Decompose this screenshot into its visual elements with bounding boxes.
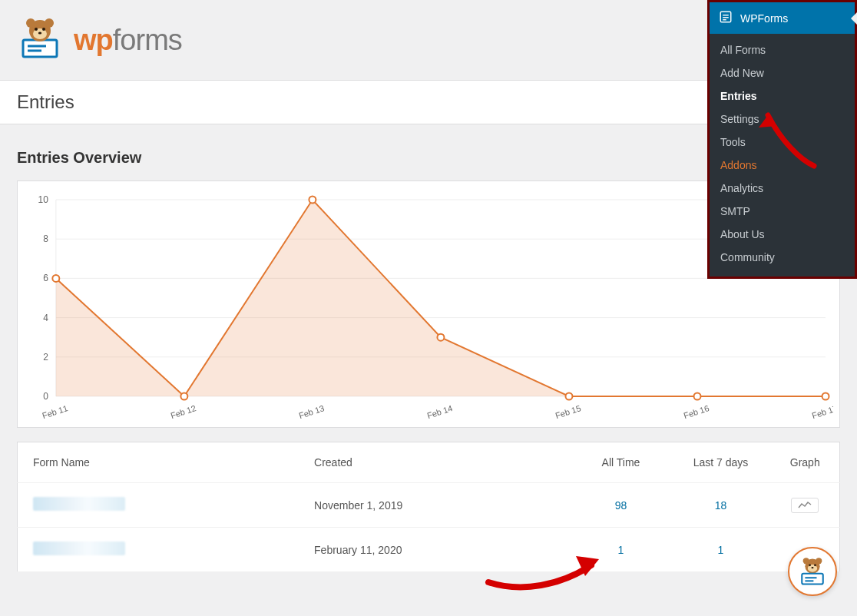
graph-button[interactable] (791, 498, 819, 513)
svg-point-28 (52, 275, 59, 282)
menu-item-smtp[interactable]: SMTP (710, 200, 855, 223)
col-form-name[interactable]: Form Name (18, 442, 299, 483)
mascot-icon (796, 555, 829, 588)
menu-item-analytics[interactable]: Analytics (710, 177, 855, 200)
table-row: November 1, 20199818 (18, 483, 840, 528)
form-name-redacted (33, 541, 125, 555)
svg-point-41 (811, 567, 813, 568)
col-last-7[interactable]: Last 7 days (671, 442, 771, 483)
menu-item-addons[interactable]: Addons (710, 154, 855, 177)
table-row: February 11, 202011 (18, 528, 840, 572)
all-time-cell: 98 (571, 483, 671, 528)
wordmark: wpforms (74, 24, 182, 57)
menu-list: All FormsAdd NewEntriesSettingsToolsAddo… (710, 34, 855, 277)
all-time-link[interactable]: 98 (615, 499, 627, 512)
menu-pointer-icon (851, 12, 857, 25)
wpforms-icon (719, 10, 733, 26)
last7-cell: 18 (671, 483, 771, 528)
col-all-time[interactable]: All Time (571, 442, 671, 483)
svg-rect-5 (23, 40, 57, 57)
menu-item-community[interactable]: Community (710, 246, 855, 269)
last7-link[interactable]: 18 (715, 499, 727, 512)
entries-table: Form Name Created All Time Last 7 days G… (17, 442, 840, 572)
menu-item-about-us[interactable]: About Us (710, 223, 855, 246)
x-tick-label: Feb 17 (811, 403, 833, 420)
x-tick-label: Feb 11 (41, 403, 69, 420)
svg-point-30 (309, 197, 316, 204)
last7-cell: 1 (671, 528, 771, 572)
form-name-redacted (33, 497, 125, 511)
svg-text:8: 8 (43, 233, 48, 244)
svg-point-33 (694, 393, 701, 400)
wordmark-forms: forms (113, 24, 182, 56)
svg-point-32 (565, 393, 572, 400)
svg-text:0: 0 (43, 391, 48, 402)
svg-point-34 (822, 393, 829, 400)
menu-header-label: WPForms (740, 12, 788, 25)
svg-point-39 (809, 564, 811, 566)
table-header-row: Form Name Created All Time Last 7 days G… (18, 442, 840, 483)
svg-point-12 (35, 28, 38, 31)
svg-text:6: 6 (43, 273, 48, 283)
mascot-icon (15, 14, 65, 66)
svg-point-31 (437, 334, 444, 341)
col-created[interactable]: Created (299, 442, 571, 483)
all-time-link[interactable]: 1 (618, 544, 624, 556)
svg-text:10: 10 (38, 194, 49, 205)
svg-point-40 (814, 564, 816, 566)
menu-item-tools[interactable]: Tools (710, 131, 855, 154)
last7-link[interactable]: 1 (718, 544, 724, 556)
wordmark-wp: wp (74, 24, 113, 56)
all-time-cell: 1 (571, 528, 671, 572)
graph-cell (771, 483, 840, 528)
created-cell: November 1, 2019 (299, 483, 571, 528)
admin-menu: WPForms All FormsAdd NewEntriesSettingsT… (707, 0, 857, 279)
x-tick-label: Feb 13 (298, 403, 326, 420)
form-name-cell[interactable] (18, 528, 299, 572)
menu-item-entries[interactable]: Entries (710, 84, 855, 108)
svg-text:4: 4 (43, 313, 48, 323)
col-graph[interactable]: Graph (771, 442, 840, 483)
x-tick-label: Feb 12 (170, 403, 197, 420)
menu-header[interactable]: WPForms (710, 2, 855, 34)
svg-rect-42 (802, 574, 823, 585)
x-tick-label: Feb 16 (683, 403, 710, 420)
chart-icon (798, 501, 812, 510)
form-name-cell[interactable] (18, 483, 299, 528)
svg-text:2: 2 (43, 352, 48, 363)
x-tick-label: Feb 15 (554, 403, 582, 420)
svg-point-29 (180, 393, 187, 400)
svg-point-36 (803, 558, 809, 564)
help-mascot-button[interactable] (788, 547, 837, 596)
x-tick-label: Feb 14 (426, 403, 454, 420)
svg-point-37 (816, 558, 822, 564)
svg-point-10 (45, 18, 54, 28)
svg-point-9 (26, 18, 35, 28)
menu-item-add-new[interactable]: Add New (710, 61, 855, 84)
svg-point-13 (42, 28, 45, 31)
created-cell: February 11, 2020 (299, 528, 571, 572)
menu-item-settings[interactable]: Settings (710, 108, 855, 131)
menu-item-all-forms[interactable]: All Forms (710, 38, 855, 61)
svg-point-14 (38, 31, 41, 34)
